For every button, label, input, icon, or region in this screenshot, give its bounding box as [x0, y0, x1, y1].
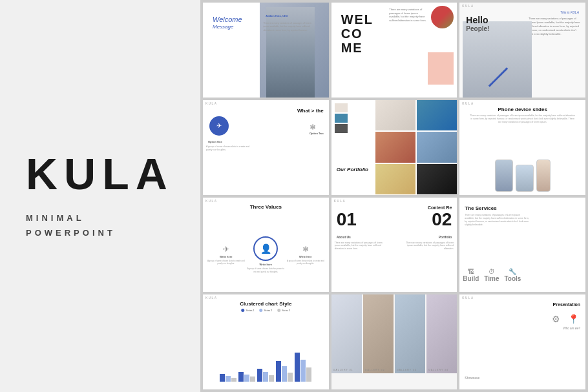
- value-desc-3: A group of some chosen slots to create a…: [286, 260, 326, 265]
- bar-2-1: [238, 372, 244, 382]
- brand-subtitle: MINIMAL POWERPOINT: [26, 211, 174, 240]
- chart-legend: Series 1 Series 2 Series 3: [242, 309, 291, 312]
- welco-title: WELCOME: [341, 12, 373, 55]
- phone-1: [495, 160, 513, 192]
- slide-whats[interactable]: KULA What > the Option One A group of so…: [203, 100, 329, 195]
- value-item-2: 👤 Write here A group of some chosen slot…: [246, 236, 286, 273]
- phones-description: There are many variations of passages of…: [469, 114, 576, 125]
- bar-group-4: [276, 361, 293, 382]
- tools-label: Tools: [505, 275, 521, 282]
- bar-group-1: [220, 374, 236, 382]
- phones-title: Phone device slides: [498, 107, 547, 112]
- value-desc-2: A group of some chosen slots has power t…: [246, 267, 286, 273]
- bar-4-3: [288, 373, 293, 382]
- legend-dot-1: [242, 309, 245, 312]
- welco-small-text: There are many variations of passages of…: [389, 8, 428, 22]
- kula-badge-phones: KULA: [462, 102, 474, 105]
- bar-3-3: [269, 375, 274, 382]
- left-box-1: [335, 103, 348, 112]
- presentation-icons: ⚙ 📍: [552, 314, 579, 324]
- time-label: Time: [484, 275, 499, 282]
- legend-dot-2: [259, 309, 262, 312]
- service-icon-tools: 🔧 Tools: [505, 268, 521, 282]
- gallery-cell-2: GALLERY #2: [363, 294, 394, 373]
- value-label-1: Write here: [206, 255, 246, 258]
- phones-row: [463, 130, 582, 191]
- slide-phones[interactable]: KULA Phone device slides There are many …: [459, 100, 585, 195]
- legend-series3: Series 3: [277, 309, 290, 312]
- services-title: The Services: [465, 205, 496, 211]
- legend-series1: Series 1: [242, 309, 255, 312]
- presentation-title: Presentation: [553, 302, 580, 307]
- content-about-us: About Us: [337, 235, 351, 239]
- bar-group-3: [257, 369, 274, 382]
- gallery-grid: GALLERY #1 GALLERY #2 GALLERY #3 GALLERY…: [331, 294, 457, 373]
- person-circle: [431, 6, 454, 28]
- slide-welcome2[interactable]: WELCOME There are many variations of pas…: [331, 3, 457, 98]
- value-label-3: Write here: [286, 255, 326, 258]
- slide-welcome[interactable]: Welcome Message Addam Kula, CEO There ar…: [203, 3, 329, 98]
- bar-4-2: [282, 366, 287, 382]
- left-panel: KULA MINIMAL POWERPOINT: [0, 0, 200, 392]
- build-icon: 🏗: [463, 268, 479, 275]
- slide-presentation[interactable]: KULA Presentation ⚙ 📍 Who are we? Showca…: [459, 294, 585, 389]
- left-box-3: [335, 124, 348, 133]
- time-icon: ⏱: [484, 268, 499, 275]
- kula-badge-presentation: KULA: [462, 296, 474, 300]
- slides-grid: Welcome Message Addam Kula, CEO There ar…: [200, 0, 588, 392]
- bar-1-3: [231, 378, 236, 382]
- left-box-2: [335, 114, 348, 123]
- option-one-desc: A group of some chosen slots to create a…: [206, 145, 251, 152]
- welcome-text-block: There are many variations of passages of…: [263, 22, 311, 32]
- kula-badge-hello: KULA: [462, 5, 474, 8]
- option-one-label: Option One: [208, 140, 222, 143]
- content-portfolio-desc: There are many variations of passages of…: [402, 242, 454, 251]
- service-icon-build: 🏗 Build: [463, 268, 479, 282]
- bar-3-2: [263, 372, 268, 382]
- slide-services[interactable]: The Services There are many variations o…: [459, 198, 585, 293]
- service-icon-time: ⏱ Time: [484, 268, 499, 282]
- values-row: ✈ Write here A group of some chosen slot…: [206, 224, 326, 285]
- slide-content[interactable]: KULA Content Re 01 02 About Us Portfolio…: [331, 198, 457, 293]
- option-two-container: ❄ Option Two: [310, 123, 324, 135]
- slide-chart[interactable]: KULA Clustered chart Style Series 1 Seri…: [203, 294, 329, 389]
- slide-portfolio[interactable]: Our Portfolio: [331, 100, 457, 195]
- value-item-1: ✈ Write here A group of some chosen slot…: [206, 245, 246, 265]
- slide-values[interactable]: KULA Three Values ✈ Write here A group o…: [203, 198, 329, 293]
- hello-description: There are many variations of passages of…: [529, 17, 580, 36]
- kula-badge-values: KULA: [205, 200, 218, 203]
- chart-title: Clustered chart Style: [240, 301, 291, 307]
- portfolio-left-boxes: [335, 103, 372, 134]
- bar-5-3: [306, 367, 311, 382]
- slide-hello[interactable]: KULA This is KULA There are many variati…: [459, 3, 585, 98]
- gallery-label-4: GALLERY #4: [428, 369, 448, 371]
- bar-1-2: [226, 376, 231, 382]
- value-icon-1: ✈: [206, 245, 246, 254]
- bar-2-2: [244, 375, 249, 382]
- legend-label-3: Series 3: [282, 309, 290, 312]
- gear-icon: ⚙: [552, 314, 560, 324]
- portfolio-title: Our Portfolio: [337, 167, 368, 172]
- slide-gallery[interactable]: KULA GALLERY #1 GALLERY #2 GALLERY #3 GA…: [331, 294, 457, 389]
- kula-badge-chart: KULA: [205, 296, 218, 300]
- bar-5-1: [295, 353, 300, 382]
- bar-group-5: [295, 353, 311, 382]
- value-desc-1: A group of some chosen slots to create a…: [206, 260, 246, 265]
- legend-dot-3: [277, 309, 280, 312]
- legend-label-2: Series 2: [264, 309, 272, 312]
- legend-label-1: Series 1: [246, 309, 255, 312]
- bar-2-3: [250, 377, 255, 382]
- content-about-desc: There are many variations of passages of…: [335, 242, 386, 251]
- kula-badge-content: KULA: [334, 200, 346, 203]
- brand-title: KULA: [26, 152, 174, 196]
- chart-bars-area: [213, 320, 319, 382]
- portfolio-img-4: [417, 132, 457, 163]
- build-label: Build: [463, 275, 479, 282]
- whats-title: What > the: [297, 108, 324, 114]
- content-num-02: 02: [432, 211, 452, 229]
- gallery-cell-3: GALLERY #3: [395, 294, 425, 373]
- hello-text: Hello People!: [466, 15, 489, 32]
- portfolio-image-grid: [375, 100, 457, 195]
- gallery-cell-4: GALLERY #4: [426, 294, 457, 373]
- kula-badge-whats: KULA: [205, 102, 218, 105]
